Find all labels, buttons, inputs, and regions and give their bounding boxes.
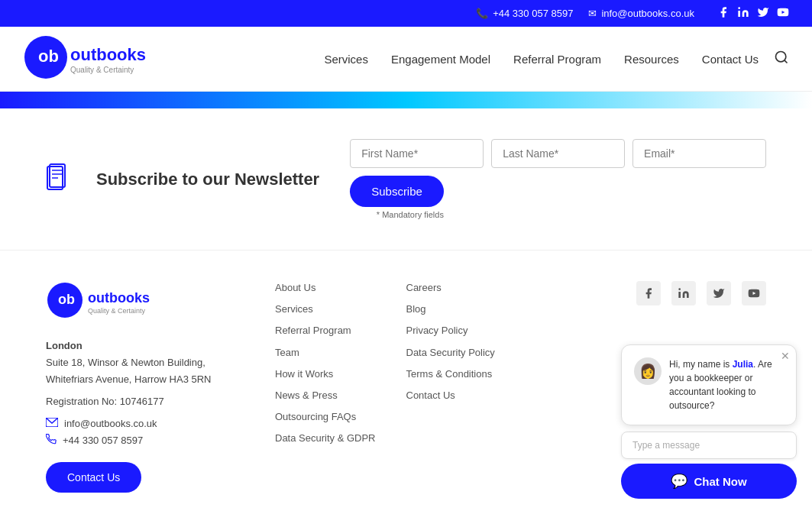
topbar-phone[interactable]: 📞 +44 330 057 8597 xyxy=(476,8,573,19)
footer-email-item: info@outbooks.co.uk xyxy=(46,418,244,429)
footer-link-terms-conditions[interactable]: Terms & Conditions xyxy=(406,367,498,381)
footer-phone-item: +44 330 057 8597 xyxy=(46,434,244,447)
outbooks-logo-svg: ob outbooks Quality & Certainty xyxy=(23,34,160,80)
subscribe-button[interactable]: Subscribe xyxy=(350,176,444,207)
nav-referral-program[interactable]: Referral Program xyxy=(513,53,601,66)
footer-contact-button[interactable]: Contact Us xyxy=(46,462,141,493)
search-icon[interactable] xyxy=(774,50,789,69)
nav-logo[interactable]: ob outbooks Quality & Certainty xyxy=(23,34,160,83)
footer-link-outsourcing-faqs[interactable]: Outsourcing FAQs xyxy=(275,410,376,424)
svg-point-0 xyxy=(738,7,740,9)
footer-phone-text: +44 330 057 8597 xyxy=(63,435,143,446)
nav-contact-us[interactable]: Contact Us xyxy=(702,53,759,66)
chat-avatar: 👩 xyxy=(634,357,662,385)
topbar-email[interactable]: ✉ info@outbooks.co.uk xyxy=(588,8,694,19)
chat-bubble-text: Hi, my name is Julia. Are you a bookkeep… xyxy=(669,357,784,412)
newsletter-form: Subscribe * Mandatory fields xyxy=(350,139,766,219)
footer-link-referral-program[interactable]: Referral Program xyxy=(275,324,376,338)
footer-facebook-icon[interactable] xyxy=(636,281,661,305)
footer-logo[interactable]: ob outbooks Quality & Certainty xyxy=(46,281,244,322)
twitter-icon[interactable] xyxy=(757,6,769,21)
footer-link-blog[interactable]: Blog xyxy=(406,302,498,316)
top-bar: 📞 +44 330 057 8597 ✉ info@outbooks.co.uk xyxy=(0,0,812,27)
svg-point-6 xyxy=(776,51,786,61)
svg-line-7 xyxy=(785,60,788,63)
footer-link-careers[interactable]: Careers xyxy=(406,281,498,295)
newsletter-title: Subscribe to our Newsletter xyxy=(96,170,319,189)
svg-text:Quality & Certainty: Quality & Certainty xyxy=(70,66,134,74)
footer-link-services[interactable]: Services xyxy=(275,302,376,316)
email-icon: ✉ xyxy=(588,8,597,19)
mandatory-note: * Mandatory fields xyxy=(350,210,444,219)
footer-youtube-icon[interactable] xyxy=(742,281,766,305)
newsletter-email[interactable] xyxy=(632,139,766,168)
svg-point-18 xyxy=(678,288,681,290)
phone-icon: 📞 xyxy=(476,8,488,19)
gradient-bar xyxy=(0,92,812,108)
svg-text:outbooks: outbooks xyxy=(88,290,150,305)
footer-social-icons xyxy=(636,281,766,305)
chat-widget: 👩 Hi, my name is Julia. Are you a bookke… xyxy=(621,344,797,499)
nav-links: Services Engagement Model Referral Progr… xyxy=(324,53,759,66)
footer-link-how-it-works[interactable]: How it Works xyxy=(275,367,376,381)
youtube-icon[interactable] xyxy=(777,6,789,21)
svg-text:ob: ob xyxy=(38,47,59,66)
newsletter-section: Subscribe to our Newsletter Subscribe * … xyxy=(0,108,812,251)
chat-close-button[interactable]: ✕ xyxy=(781,350,790,362)
footer-col-2: Careers Blog Privacy Policy Data Securit… xyxy=(406,281,498,493)
main-nav: ob outbooks Quality & Certainty Services… xyxy=(0,27,812,92)
newsletter-first-name[interactable] xyxy=(350,139,484,168)
footer-registration: Registration No: 10746177 xyxy=(46,396,244,407)
nav-engagement-model[interactable]: Engagement Model xyxy=(391,53,490,66)
topbar-social-icons xyxy=(717,6,789,21)
footer-logo-col: ob outbooks Quality & Certainty London S… xyxy=(46,281,244,493)
footer-address: London Suite 18, Winsor & Newton Buildin… xyxy=(46,338,244,388)
linkedin-icon[interactable] xyxy=(737,6,749,21)
svg-text:Quality & Certainty: Quality & Certainty xyxy=(88,307,146,315)
footer-link-team[interactable]: Team xyxy=(275,346,376,360)
footer-twitter-icon[interactable] xyxy=(707,281,731,305)
newsletter-last-name[interactable] xyxy=(491,139,625,168)
svg-text:outbooks: outbooks xyxy=(70,45,146,64)
footer-link-contact-us[interactable]: Contact Us xyxy=(406,389,498,402)
chat-bubble-icon: 💬 xyxy=(671,473,687,490)
footer-linkedin-icon[interactable] xyxy=(671,281,696,305)
newsletter-left: Subscribe to our Newsletter xyxy=(46,163,319,196)
footer-link-news-press[interactable]: News & Press xyxy=(275,389,376,402)
footer-phone-icon xyxy=(46,434,57,447)
footer-col-1: About Us Services Referral Program Team … xyxy=(275,281,376,493)
chat-bubble: 👩 Hi, my name is Julia. Are you a bookke… xyxy=(621,344,797,425)
footer-link-data-security-policy[interactable]: Data Security Policy xyxy=(406,346,498,360)
nav-services[interactable]: Services xyxy=(324,53,368,66)
footer-link-privacy-policy[interactable]: Privacy Policy xyxy=(406,324,498,338)
svg-text:ob: ob xyxy=(58,292,75,307)
footer-email-icon xyxy=(46,418,58,429)
chat-input-area[interactable]: Type a message xyxy=(621,432,797,459)
facebook-icon[interactable] xyxy=(717,6,730,21)
nav-resources[interactable]: Resources xyxy=(624,53,679,66)
footer-email-link[interactable]: info@outbooks.co.uk xyxy=(64,418,157,429)
chat-now-button[interactable]: 💬 Chat Now xyxy=(621,464,797,499)
newsletter-book-icon xyxy=(46,163,84,196)
footer-link-about-us[interactable]: About Us xyxy=(275,281,376,295)
footer-link-data-security-gdpr[interactable]: Data Security & GDPR xyxy=(275,432,376,445)
footer-logo-svg: ob outbooks Quality & Certainty xyxy=(46,281,168,319)
